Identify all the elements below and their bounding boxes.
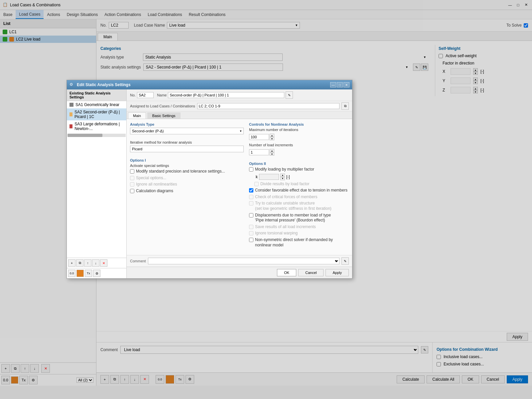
dlg-comment-label: Comment xyxy=(130,259,146,263)
dialog-left-panel: Existing Static Analysis Settings SA1 Ge… xyxy=(67,89,127,278)
dialog-title-text: Edit Static Analysis Settings xyxy=(77,82,330,87)
dlg-assigned-input[interactable] xyxy=(197,103,339,109)
dialog-body: Existing Static Analysis Settings SA1 Ge… xyxy=(67,89,352,278)
dlg-settings-btn[interactable]: ⚙ xyxy=(93,270,100,277)
save-results-label: Save results of all load increments xyxy=(255,224,316,230)
k-spinners: ▲ ▼ xyxy=(280,174,285,180)
divide-results-label: Divide results by load factor xyxy=(260,182,309,187)
modify-loading-cb[interactable] xyxy=(249,167,253,172)
dlg-no-group: No. xyxy=(130,92,154,98)
modify-precision-cb[interactable] xyxy=(130,169,134,174)
k-up[interactable]: ▲ xyxy=(280,174,285,177)
check-critical-cb[interactable] xyxy=(249,195,253,199)
dlg-left-toolbar: + ⧉ ↑ ↓ ✕ xyxy=(67,258,126,268)
dlg-copy-btn[interactable]: ⧉ xyxy=(76,259,83,267)
options-i-section: Options I Activate special settings Modi… xyxy=(130,158,244,195)
try-unstable-cb[interactable] xyxy=(249,201,253,205)
sa2-color-icon xyxy=(69,112,72,116)
iterative-method-section: Iterative method for nonlinear analysis … xyxy=(130,140,244,152)
dialog-overlay: ⚙ Edit Static Analysis Settings — □ ✕ Ex… xyxy=(0,0,532,399)
ignore-nonlin-cb[interactable] xyxy=(130,182,134,187)
cb-consider-favorable: Consider favorable effect due to tension… xyxy=(249,188,349,193)
options-i-title: Options I xyxy=(130,158,244,162)
dialog-footer: OK Cancel Apply xyxy=(127,267,352,278)
load-inc-down[interactable]: ▼ xyxy=(270,152,274,156)
k-label: k xyxy=(256,175,258,179)
dlg-item-sa3[interactable]: SA3 Large deformations | Newton-... xyxy=(67,120,126,132)
max-iter-down[interactable]: ▼ xyxy=(270,137,274,140)
dlg-left-scroll[interactable]: SA1 Geometrically linear SA2 Second-orde… xyxy=(67,101,126,258)
modify-loading-label: Modify loading by multiplier factor xyxy=(255,167,314,172)
dialog-title-icon: ⚙ xyxy=(69,82,75,87)
load-inc-up[interactable]: ▲ xyxy=(270,149,274,152)
dlg-tab-bar: Main Basic Settings xyxy=(127,111,352,119)
k-down[interactable]: ▼ xyxy=(280,177,285,180)
save-results-cb[interactable] xyxy=(249,225,253,229)
dlg-num-btn[interactable]: 0.0 xyxy=(68,270,75,277)
dlg-item-sa2[interactable]: SA2 Second-order (P-Δ) | Picard | 1C xyxy=(67,108,126,120)
dlg-name-input[interactable] xyxy=(168,92,284,98)
load-inc-spin-group: ▲ ▼ xyxy=(249,149,349,156)
dlg-up-btn[interactable]: ↑ xyxy=(84,259,91,267)
dialog-close-btn[interactable]: ✕ xyxy=(343,82,349,87)
dlg-down-btn[interactable]: ↓ xyxy=(92,259,99,267)
dlg-text-btn[interactable]: Tx xyxy=(85,270,92,277)
max-iter-spinners: ▲ ▼ xyxy=(270,134,274,140)
load-inc-label: Number of load increments xyxy=(249,143,293,147)
consider-favorable-cb[interactable] xyxy=(249,188,253,193)
cb-displacements: Displacements due to member load of type… xyxy=(249,213,349,223)
dlg-comment-edit-btn[interactable]: ✎ xyxy=(341,257,349,265)
dlg-tab-basic-settings[interactable]: Basic Settings xyxy=(147,112,181,119)
load-inc-input[interactable] xyxy=(249,149,269,155)
calc-diagrams-label: Calculation diagrams xyxy=(136,189,173,194)
analysis-type-section: Analysis Type Second-order (P-Δ) xyxy=(130,122,244,134)
divide-results-cb[interactable] xyxy=(254,182,259,186)
dlg-name-edit-btn[interactable]: ✎ xyxy=(286,91,293,99)
dlg-del-btn[interactable]: ✕ xyxy=(100,259,107,267)
dlg-item-sa1[interactable]: SA1 Geometrically linear xyxy=(67,101,126,108)
dlg-apply-btn[interactable]: Apply xyxy=(326,269,349,276)
dlg-left-bottom-icons: 0.0 Tx ⚙ xyxy=(67,268,126,278)
dlg-name-label: Name xyxy=(157,93,167,97)
dlg-top-form: No. Name ✎ xyxy=(127,89,352,101)
dlg-content: Analysis Type Second-order (P-Δ) Iterati… xyxy=(127,119,352,255)
checkbox-calc-diagrams: Calculation diagrams xyxy=(130,189,244,194)
analysis-type-section-title: Analysis Type xyxy=(130,122,244,126)
dlg-no-input[interactable] xyxy=(137,92,154,98)
max-iter-up[interactable]: ▲ xyxy=(270,134,274,137)
calc-diagrams-cb[interactable] xyxy=(130,189,134,193)
dlg-iterative-select[interactable]: Picard xyxy=(130,146,244,152)
dlg-ok-btn[interactable]: OK xyxy=(277,269,296,276)
displacements-cb[interactable] xyxy=(249,213,253,217)
try-unstable-label: Try to calculate unstable structure(set … xyxy=(255,201,332,211)
dialog-minimize-btn[interactable]: — xyxy=(330,82,336,87)
dialog-maximize-btn[interactable]: □ xyxy=(337,82,343,87)
dlg-tab-main[interactable]: Main xyxy=(128,112,146,119)
dlg-add-btn[interactable]: + xyxy=(68,259,75,267)
consider-favorable-label: Consider favorable effect due to tension… xyxy=(255,188,347,193)
sa3-label: SA3 Large deformations | Newton-... xyxy=(74,122,124,131)
nonsymmetric-cb[interactable] xyxy=(249,238,253,242)
cb-nonsymmetric: Non-symmetric direct solver if demanded … xyxy=(249,237,349,248)
dlg-analysis-type-select[interactable]: Second-order (P-Δ) xyxy=(130,128,244,134)
dlg-comment-select[interactable] xyxy=(148,258,339,264)
special-options-cb[interactable] xyxy=(130,176,134,180)
dlg-color-btn[interactable] xyxy=(76,270,84,277)
sa2-label: SA2 Second-order (P-Δ) | Picard | 1C xyxy=(74,110,124,119)
displacements-label: Displacements due to member load of type… xyxy=(255,213,331,223)
iterative-method-label: Iterative method for nonlinear analysis xyxy=(130,140,244,144)
sa3-color-icon xyxy=(69,124,72,128)
cb-save-results: Save results of all load increments xyxy=(249,224,349,230)
dlg-assigned-label: Assigned to Load Cases / Combinations xyxy=(130,104,195,108)
k-input[interactable] xyxy=(259,174,279,180)
checkbox-special-options: Special options... xyxy=(130,176,244,181)
dlg-assigned-edit-btn[interactable]: ⧉ xyxy=(341,102,349,110)
max-iter-input[interactable] xyxy=(249,134,269,140)
dialog-right-panel: No. Name ✎ Assigned to Load Cases / Comb… xyxy=(127,89,352,278)
ignore-torsional-cb[interactable] xyxy=(249,231,253,235)
special-options-label: Special options... xyxy=(136,176,166,181)
load-inc-spinners: ▲ ▼ xyxy=(270,149,274,156)
sa1-label: SA1 Geometrically linear xyxy=(75,102,119,107)
dialog-title-bar: ⚙ Edit Static Analysis Settings — □ ✕ xyxy=(67,80,352,89)
dlg-cancel-btn[interactable]: Cancel xyxy=(298,269,324,276)
